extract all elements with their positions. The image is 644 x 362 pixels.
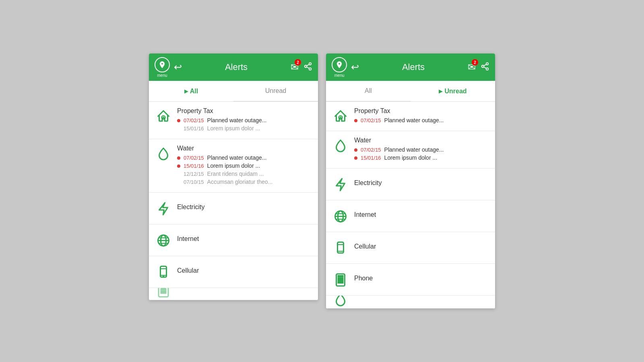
svg-line-3 xyxy=(307,67,309,68)
property-tax-title-left: Property Tax xyxy=(177,107,312,115)
brand-logo xyxy=(155,57,170,72)
property-tax-content-left: Property Tax 07/02/15 Planned water outa… xyxy=(177,107,312,133)
house-dollar-icon xyxy=(155,108,171,124)
right-electricity-icon xyxy=(332,177,349,193)
right-menu-button[interactable]: menu xyxy=(332,57,347,78)
svg-line-22 xyxy=(484,67,486,68)
unread-dot xyxy=(354,148,357,152)
svg-rect-37 xyxy=(338,281,343,282)
left-screen: menu ↩ Alerts ✉ 2 ▶ xyxy=(149,53,318,300)
right-internet-icon xyxy=(332,208,349,224)
water-title-right: Water xyxy=(354,137,489,144)
unread-dot xyxy=(177,165,180,168)
right-category-internet[interactable]: Internet xyxy=(326,200,495,232)
svg-point-1 xyxy=(305,65,307,68)
property-tax-alert-1-right: 07/02/15 Planned water outage... xyxy=(354,117,489,123)
left-category-cellular[interactable]: Cellular xyxy=(149,256,318,288)
right-house-dollar-icon xyxy=(332,108,349,124)
internet-title-right: Internet xyxy=(354,211,376,218)
right-screen: menu ↩ Alerts ✉ 2 All xyxy=(326,53,495,309)
svg-rect-17 xyxy=(161,291,166,292)
left-category-list: Property Tax 07/02/15 Planned water outa… xyxy=(149,102,318,300)
tab-arrow-right: ▶ xyxy=(439,88,442,94)
svg-rect-34 xyxy=(338,276,343,277)
tab-unread-label-right: Unread xyxy=(444,88,466,95)
tab-unread-left[interactable]: Unread xyxy=(233,81,318,101)
menu-label: menu xyxy=(157,73,167,78)
screens-container: menu ↩ Alerts ✉ 2 ▶ xyxy=(149,53,495,309)
water-alert-1-right: 07/02/15 Planned water outage... xyxy=(354,146,489,153)
svg-point-21 xyxy=(486,68,489,70)
svg-line-23 xyxy=(484,64,486,66)
tab-arrow-left: ▶ xyxy=(184,88,188,94)
right-header-title: Alerts xyxy=(359,62,468,72)
right-back-icon[interactable]: ↩ xyxy=(351,62,359,73)
right-header: menu ↩ Alerts ✉ 2 xyxy=(326,53,495,81)
right-brand-logo xyxy=(332,57,347,72)
unread-dot xyxy=(354,119,357,122)
right-phone-icon xyxy=(332,272,349,288)
water-alert-3-left: 12/12/15 Erant ridens quidam ... xyxy=(177,171,312,177)
right-mail-button[interactable]: ✉ 2 xyxy=(468,62,476,73)
menu-button[interactable]: menu xyxy=(155,57,170,78)
internet-title-left: Internet xyxy=(177,235,199,243)
right-tabs: All ▶ Unread xyxy=(326,81,495,102)
water-title-left: Water xyxy=(177,145,312,152)
left-category-phone[interactable] xyxy=(149,288,318,300)
left-header-left: menu ↩ xyxy=(155,57,182,78)
right-category-phone[interactable]: Phone xyxy=(326,264,495,296)
svg-rect-35 xyxy=(338,278,343,279)
cellular-icon xyxy=(155,264,171,280)
svg-line-4 xyxy=(307,64,309,66)
right-menu-label: menu xyxy=(334,73,344,78)
right-mail-badge: 2 xyxy=(472,59,478,66)
cellular-title-right: Cellular xyxy=(354,243,376,250)
share-icon[interactable] xyxy=(303,62,312,73)
right-share-icon[interactable] xyxy=(481,62,489,73)
right-category-list: Property Tax 07/02/15 Planned water outa… xyxy=(326,102,495,309)
property-tax-title-right: Property Tax xyxy=(354,107,489,115)
left-category-electricity[interactable]: Electricity xyxy=(149,193,318,224)
right-header-left: menu ↩ xyxy=(332,57,359,78)
water-alert-1-left: 07/02/15 Planned water outage... xyxy=(177,154,312,161)
water-content-right: Water 07/02/15 Planned water outage... 1… xyxy=(354,137,489,162)
phone-title-right: Phone xyxy=(354,275,373,282)
left-category-property-tax[interactable]: Property Tax 07/02/15 Planned water outa… xyxy=(149,102,318,139)
svg-rect-18 xyxy=(161,292,166,293)
cellular-title-left: Cellular xyxy=(177,267,199,274)
right-category-cellular[interactable]: Cellular xyxy=(326,232,495,264)
right-category-water[interactable]: Water 07/02/15 Planned water outage... 1… xyxy=(326,131,495,169)
right-partial-icon xyxy=(332,296,349,308)
tab-all-left[interactable]: ▶ All xyxy=(149,81,233,101)
tab-all-label-right: All xyxy=(365,87,372,95)
svg-point-14 xyxy=(163,276,164,277)
unread-dot xyxy=(177,119,180,122)
left-category-water[interactable]: Water 07/02/15 Planned water outage... 1… xyxy=(149,139,318,193)
svg-rect-38 xyxy=(338,282,343,283)
water-content-left: Water 07/02/15 Planned water outage... 1… xyxy=(177,145,312,187)
svg-point-19 xyxy=(486,62,489,65)
electricity-title-left: Electricity xyxy=(177,204,204,211)
water-alert-4-left: 07/10/15 Accumsan gloriatur theo... xyxy=(177,179,312,185)
left-header-title: Alerts xyxy=(182,62,291,72)
electricity-icon xyxy=(155,201,171,217)
left-header-right: ✉ 2 xyxy=(291,62,312,73)
back-icon[interactable]: ↩ xyxy=(174,62,182,73)
unread-dot xyxy=(354,156,357,160)
left-header: menu ↩ Alerts ✉ 2 xyxy=(149,53,318,81)
right-category-partial[interactable] xyxy=(326,296,495,309)
property-tax-alert-1-left: 07/02/15 Planned water outage... xyxy=(177,117,312,123)
tab-all-right[interactable]: All xyxy=(326,81,411,101)
mail-button[interactable]: ✉ 2 xyxy=(291,62,299,73)
right-water-drop-icon xyxy=(332,138,349,154)
tab-unread-right[interactable]: ▶ Unread xyxy=(411,81,495,101)
property-tax-alert-2-left: 15/01/16 Lorem ipsum dolor ... xyxy=(177,125,312,132)
left-category-internet[interactable]: Internet xyxy=(149,224,318,256)
unread-dot xyxy=(177,156,180,160)
internet-icon xyxy=(155,232,171,249)
svg-point-2 xyxy=(309,68,312,70)
right-cellular-icon xyxy=(332,240,349,256)
right-category-electricity[interactable]: Electricity xyxy=(326,169,495,200)
svg-rect-16 xyxy=(161,289,166,290)
right-category-property-tax[interactable]: Property Tax 07/02/15 Planned water outa… xyxy=(326,102,495,131)
